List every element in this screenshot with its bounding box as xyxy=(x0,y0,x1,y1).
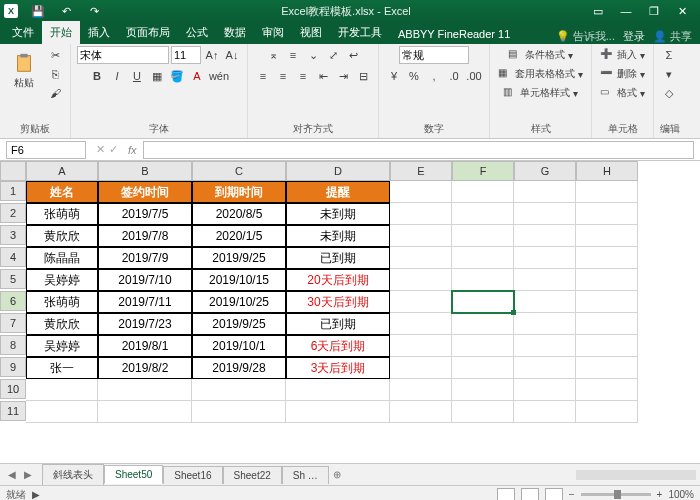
shrink-font-button[interactable]: A↓ xyxy=(223,46,241,64)
cell[interactable] xyxy=(576,203,638,225)
table-cell[interactable]: 黄欣欣 xyxy=(26,225,98,247)
cell[interactable] xyxy=(390,269,452,291)
qa-save[interactable]: 💾 xyxy=(24,5,52,18)
table-cell[interactable]: 2019/7/23 xyxy=(98,313,192,335)
cell[interactable] xyxy=(26,379,98,401)
cell[interactable] xyxy=(390,225,452,247)
row-header[interactable]: 11 xyxy=(0,401,26,421)
grow-font-button[interactable]: A↑ xyxy=(203,46,221,64)
cell[interactable] xyxy=(192,401,286,423)
number-format-select[interactable] xyxy=(399,46,469,64)
zoom-slider[interactable] xyxy=(581,493,651,496)
cell[interactable] xyxy=(452,335,514,357)
align-top-button[interactable]: ⌅ xyxy=(264,46,282,64)
cell[interactable] xyxy=(576,313,638,335)
comma-button[interactable]: , xyxy=(425,67,443,85)
name-box[interactable]: F6 xyxy=(6,141,86,159)
cell[interactable] xyxy=(390,291,452,313)
share-button[interactable]: 👤 共享 xyxy=(653,29,692,44)
cut-button[interactable]: ✂ xyxy=(46,46,64,64)
col-header[interactable]: D xyxy=(286,161,390,181)
col-header[interactable]: H xyxy=(576,161,638,181)
normal-view-button[interactable] xyxy=(497,488,515,501)
table-header-cell[interactable]: 提醒 xyxy=(286,181,390,203)
table-cell[interactable]: 2019/8/1 xyxy=(98,335,192,357)
select-all-corner[interactable] xyxy=(0,161,26,181)
table-cell[interactable]: 2019/10/25 xyxy=(192,291,286,313)
percent-button[interactable]: % xyxy=(405,67,423,85)
sheet-nav-prev[interactable]: ◀ xyxy=(4,469,20,480)
table-cell[interactable]: 2019/7/11 xyxy=(98,291,192,313)
cell[interactable] xyxy=(390,313,452,335)
cell[interactable] xyxy=(576,225,638,247)
table-cell[interactable]: 20天后到期 xyxy=(286,269,390,291)
cell[interactable] xyxy=(452,269,514,291)
col-header[interactable]: F xyxy=(452,161,514,181)
col-header[interactable]: E xyxy=(390,161,452,181)
cell[interactable] xyxy=(514,247,576,269)
cell[interactable] xyxy=(514,181,576,203)
cell[interactable] xyxy=(26,401,98,423)
sheet-tab[interactable]: Sheet22 xyxy=(223,466,282,484)
table-cell[interactable]: 2020/8/5 xyxy=(192,203,286,225)
sheet-tab[interactable]: Sheet50 xyxy=(104,465,163,484)
tab-abbyy[interactable]: ABBYY FineReader 11 xyxy=(390,24,518,44)
tab-review[interactable]: 审阅 xyxy=(254,21,292,44)
paste-button[interactable]: 粘贴 xyxy=(6,46,42,96)
login-link[interactable]: 登录 xyxy=(623,29,645,44)
table-cell[interactable]: 2019/10/15 xyxy=(192,269,286,291)
cell[interactable] xyxy=(452,203,514,225)
tab-dev[interactable]: 开发工具 xyxy=(330,21,390,44)
cell[interactable] xyxy=(98,401,192,423)
font-color-button[interactable]: A xyxy=(188,67,206,85)
cell[interactable] xyxy=(452,357,514,379)
font-size-select[interactable] xyxy=(171,46,201,64)
cell[interactable] xyxy=(514,269,576,291)
cell[interactable] xyxy=(514,335,576,357)
tab-insert[interactable]: 插入 xyxy=(80,21,118,44)
formula-input[interactable] xyxy=(143,141,694,159)
cell[interactable] xyxy=(514,357,576,379)
currency-button[interactable]: ¥ xyxy=(385,67,403,85)
bold-button[interactable]: B xyxy=(88,67,106,85)
cell[interactable] xyxy=(514,291,576,313)
table-header-cell[interactable]: 签约时间 xyxy=(98,181,192,203)
cell[interactable] xyxy=(514,379,576,401)
table-style-button[interactable]: ▦套用表格格式 ▾ xyxy=(496,65,585,83)
table-cell[interactable]: 2019/7/9 xyxy=(98,247,192,269)
cell[interactable] xyxy=(192,379,286,401)
row-header[interactable]: 2 xyxy=(0,203,26,223)
fill-button[interactable]: ▾ xyxy=(660,65,678,83)
cell[interactable] xyxy=(576,335,638,357)
table-cell[interactable]: 2019/7/5 xyxy=(98,203,192,225)
cell[interactable] xyxy=(514,401,576,423)
tab-data[interactable]: 数据 xyxy=(216,21,254,44)
table-cell[interactable]: 未到期 xyxy=(286,203,390,225)
maximize-icon[interactable]: ❐ xyxy=(640,5,668,18)
autosum-button[interactable]: Σ xyxy=(660,46,678,64)
inc-decimal-button[interactable]: .0 xyxy=(445,67,463,85)
row-header[interactable]: 6 xyxy=(0,291,26,311)
table-cell[interactable]: 2019/9/25 xyxy=(192,247,286,269)
cell[interactable] xyxy=(452,181,514,203)
page-layout-button[interactable] xyxy=(521,488,539,501)
table-cell[interactable]: 2019/7/10 xyxy=(98,269,192,291)
tab-file[interactable]: 文件 xyxy=(4,21,42,44)
row-header[interactable]: 9 xyxy=(0,357,26,377)
table-cell[interactable]: 2019/8/2 xyxy=(98,357,192,379)
qa-redo[interactable]: ↷ xyxy=(80,5,108,18)
table-cell[interactable]: 6天后到期 xyxy=(286,335,390,357)
cell[interactable] xyxy=(452,225,514,247)
cell[interactable] xyxy=(452,247,514,269)
cell[interactable] xyxy=(286,379,390,401)
table-cell[interactable]: 2019/7/8 xyxy=(98,225,192,247)
sheet-tab[interactable]: Sheet16 xyxy=(163,466,222,484)
col-header[interactable]: A xyxy=(26,161,98,181)
cell[interactable] xyxy=(514,225,576,247)
clear-button[interactable]: ◇ xyxy=(660,84,678,102)
cell-style-button[interactable]: ▥单元格样式 ▾ xyxy=(501,84,580,102)
table-cell[interactable]: 2019/10/1 xyxy=(192,335,286,357)
tab-view[interactable]: 视图 xyxy=(292,21,330,44)
table-cell[interactable]: 张一 xyxy=(26,357,98,379)
table-cell[interactable]: 陈晶晶 xyxy=(26,247,98,269)
